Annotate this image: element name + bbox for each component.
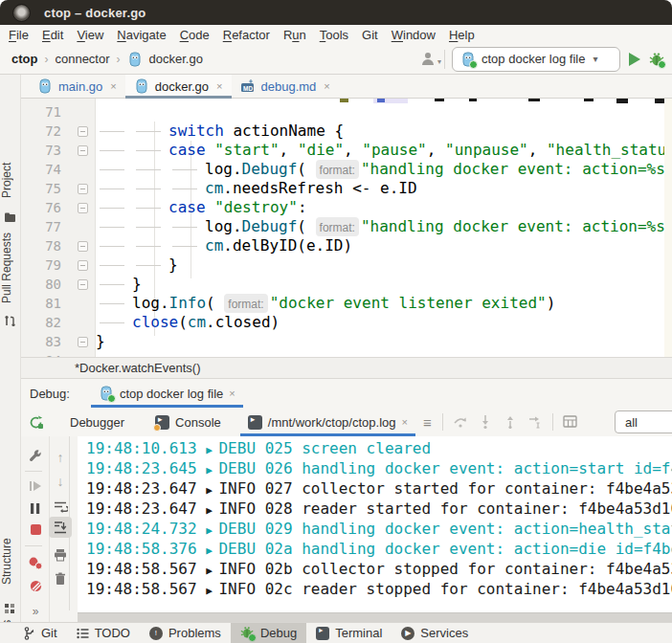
sidebar-item-project[interactable]: Project xyxy=(0,155,21,205)
menu-run[interactable]: Run xyxy=(283,28,306,42)
fold-marker[interactable] xyxy=(69,236,96,255)
next-occurrence-icon[interactable]: ↓ xyxy=(51,472,70,491)
view-breakpoints-icon[interactable] xyxy=(26,553,45,572)
toolwindow-problems[interactable]: ! Problems xyxy=(140,623,231,643)
sidebar-item-structure[interactable]: Structure xyxy=(0,528,21,595)
menu-tools[interactable]: Tools xyxy=(320,28,348,42)
stop-button[interactable] xyxy=(26,520,45,539)
print-icon[interactable] xyxy=(51,545,70,565)
error-stripe[interactable] xyxy=(664,99,672,357)
breadcrumb-project[interactable]: ctop xyxy=(11,52,37,66)
fold-marker[interactable] xyxy=(69,255,96,275)
breadcrumb-file[interactable]: docker.go xyxy=(149,52,203,66)
scroll-to-end-icon[interactable] xyxy=(51,518,70,537)
toolwindow-todo[interactable]: TODO xyxy=(67,623,140,643)
prev-occurrence-icon[interactable]: ↑ xyxy=(51,448,70,467)
pause-program-icon[interactable] xyxy=(26,499,45,518)
code-token: "health_status" xyxy=(547,141,672,160)
run-button[interactable] xyxy=(629,53,640,66)
step-out-icon[interactable] xyxy=(503,414,518,430)
log-level-filter-select[interactable]: all xyxy=(615,410,672,433)
close-icon[interactable]: × xyxy=(324,80,329,92)
menu-view[interactable]: View xyxy=(77,28,103,42)
pull-requests-icon[interactable] xyxy=(4,314,16,326)
fold-marker[interactable] xyxy=(69,198,96,217)
tab-debugger[interactable]: Debugger xyxy=(60,408,134,436)
menu-window[interactable]: Window xyxy=(392,28,436,42)
log-timestamp: 19:48:23.645 xyxy=(86,459,206,477)
current-function-breadcrumb[interactable]: *Docker.watchEvents() xyxy=(75,361,201,375)
log-message: collector started for container: f4be4a5… xyxy=(302,479,672,498)
fold-marker[interactable] xyxy=(69,122,96,141)
code-token: ( xyxy=(297,217,315,236)
rerun-button[interactable] xyxy=(28,414,43,430)
code-line: 78cm.delByID(e.ID) xyxy=(21,236,352,255)
step-over-icon[interactable] xyxy=(453,414,468,430)
title-bar: ctop – docker.go xyxy=(0,0,672,25)
menu-code[interactable]: Code xyxy=(180,28,210,42)
menu-git[interactable]: Git xyxy=(362,28,378,42)
fold-marker[interactable] xyxy=(69,141,96,160)
code-editor[interactable]: 7172switch actionName {73case "start", "… xyxy=(21,99,672,357)
toolbar-separator xyxy=(552,413,553,431)
code-line: 81log.Info( format:"docker event listene… xyxy=(21,294,555,313)
toolwindow-debug[interactable]: Debug xyxy=(231,623,306,643)
log-level-seq: INFO 02b xyxy=(218,560,302,578)
sidebar-item-pull-requests[interactable]: Pull Requests xyxy=(0,228,21,308)
window-title: ctop – docker.go xyxy=(44,6,146,20)
menu-edit[interactable]: Edit xyxy=(42,28,63,42)
tab-main-go[interactable]: main.go × xyxy=(29,75,125,98)
menu-navigate[interactable]: Navigate xyxy=(117,28,166,42)
tab-log-file[interactable]: /mnt/work/ctop/ctop.log × xyxy=(238,408,417,436)
toolwindow-services[interactable]: ▶ Services xyxy=(392,623,478,643)
close-icon[interactable]: × xyxy=(401,416,407,428)
line-number: 75 xyxy=(21,179,69,198)
code-token: "handling docker event: action=%s id=%s" xyxy=(361,160,672,179)
fold-marker[interactable] xyxy=(69,332,96,351)
settings-wrench-icon[interactable] xyxy=(26,446,45,465)
fold-marker[interactable] xyxy=(69,179,96,198)
debug-session-tab[interactable]: ctop docker log file × xyxy=(91,379,243,408)
options-menu-icon[interactable]: ≡ xyxy=(417,414,437,431)
log-output[interactable]: 19:48:10.613 ▶ DEBU 025 screen cleared19… xyxy=(78,436,672,612)
debug-bug-button[interactable] xyxy=(649,52,664,67)
toolwindow-terminal[interactable]: Terminal xyxy=(306,623,392,643)
tab-console[interactable]: Console xyxy=(146,408,231,436)
clear-log-trash-icon[interactable] xyxy=(51,569,70,588)
code-line: 71 xyxy=(21,102,96,122)
tab-label: main.go xyxy=(58,79,102,94)
window-control-button[interactable] xyxy=(12,4,31,22)
menu-help[interactable]: Help xyxy=(449,28,475,42)
log-line: 19:48:23.645 ▶ DEBU 026 handling docker … xyxy=(86,458,672,478)
close-icon[interactable]: × xyxy=(216,80,222,92)
log-message: collector stopped for container: f4be4a5… xyxy=(302,560,672,578)
code-token: } xyxy=(132,275,142,294)
log-arrow-icon: ▶ xyxy=(206,484,218,497)
log-line: 19:48:58.567 ▶ INFO 02c reader stopped f… xyxy=(86,579,672,599)
code-token: "handling docker event: action=%s id=%s" xyxy=(361,217,672,236)
more-actions-icon[interactable]: » xyxy=(25,605,46,620)
close-icon[interactable]: × xyxy=(229,388,235,399)
mute-breakpoints-icon[interactable] xyxy=(26,576,45,595)
log-line: 19:48:23.647 ▶ INFO 028 reader started f… xyxy=(86,499,672,519)
tab-whitespace-arrow xyxy=(96,198,132,217)
breadcrumb-package[interactable]: connector xyxy=(55,52,109,66)
log-message: handling docker event: action=start id=f… xyxy=(302,459,672,477)
tab-whitespace-arrow xyxy=(132,217,168,236)
tab-debug-md[interactable]: MD debug.md × xyxy=(232,75,339,98)
menu-refactor[interactable]: Refactor xyxy=(223,28,270,42)
step-into-icon[interactable] xyxy=(478,414,493,430)
resume-program-icon[interactable] xyxy=(26,477,45,496)
close-icon[interactable]: × xyxy=(110,80,116,92)
soft-wrap-icon[interactable] xyxy=(51,497,70,516)
run-to-cursor-icon[interactable] xyxy=(527,414,543,430)
menu-file[interactable]: File xyxy=(9,28,29,42)
tab-docker-go[interactable]: docker.go × xyxy=(125,75,232,98)
run-configuration-select[interactable]: ctop docker log file ▾ xyxy=(452,47,620,72)
code-token: ( xyxy=(178,313,188,332)
restore-layout-icon[interactable] xyxy=(563,414,578,430)
toolwindow-git[interactable]: Git xyxy=(13,623,67,643)
fold-marker[interactable] xyxy=(69,275,96,294)
user-avatar-icon[interactable]: ▾ xyxy=(422,53,437,66)
project-icon[interactable] xyxy=(4,211,16,223)
